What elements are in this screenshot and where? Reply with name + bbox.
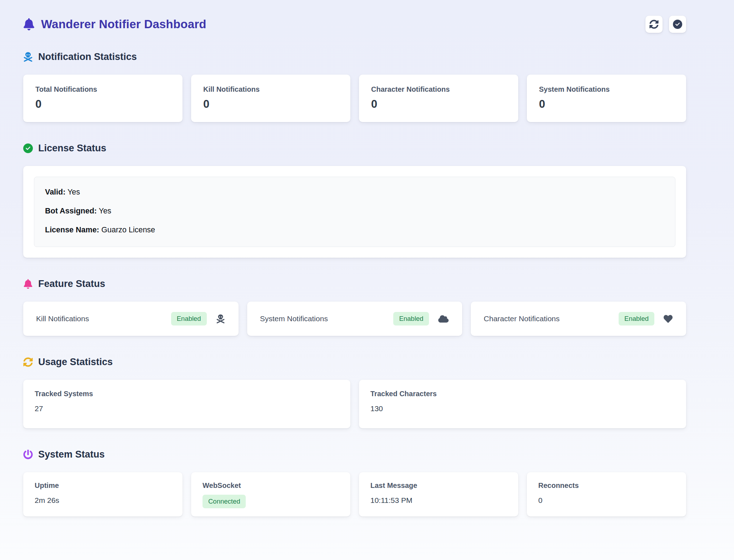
section-title: Notification Statistics: [38, 51, 137, 62]
stat-value: 0: [35, 98, 170, 111]
system-label: Uptime: [35, 481, 171, 490]
usage-card-tracked-characters: Tracked Characters 130: [359, 380, 686, 428]
header-actions: [645, 16, 686, 33]
system-card-reconnects: Reconnects 0: [527, 472, 686, 516]
feature-card-system-notifications: System Notifications Enabled: [247, 302, 463, 336]
dashboard-page: Wanderer Notifier Dashboard Notification…: [0, 0, 734, 516]
feature-label: System Notifications: [260, 314, 328, 323]
status-ok-button[interactable]: [669, 16, 686, 33]
section-title: License Status: [38, 143, 106, 154]
license-card: Valid: Yes Bot Assigned: Yes License Nam…: [23, 166, 686, 258]
section-usage-statistics: Usage Statistics Tracked Systems 27 Trac…: [23, 357, 686, 428]
system-value: 10:11:53 PM: [370, 496, 507, 505]
license-details-panel: Valid: Yes Bot Assigned: Yes License Nam…: [34, 177, 675, 247]
cloud-icon: [438, 314, 449, 323]
feature-status-group: Enabled: [171, 312, 225, 326]
system-value: 0: [538, 496, 675, 505]
stat-label: System Notifications: [539, 85, 674, 94]
enabled-badge: Enabled: [619, 312, 654, 326]
stat-card-kill-notifications: Kill Notifications 0: [191, 75, 350, 122]
check-circle-icon: [23, 143, 33, 153]
section-license-status: License Status Valid: Yes Bot Assigned: …: [23, 143, 686, 258]
usage-value: 130: [370, 404, 675, 413]
license-name-value: Guarzo License: [99, 226, 155, 234]
stat-label: Kill Notifications: [203, 85, 338, 94]
section-system-status: System Status Uptime 2m 26s WebSocket Co…: [23, 449, 686, 516]
header-title-group: Wanderer Notifier Dashboard: [23, 17, 206, 31]
system-status-heading: System Status: [23, 449, 686, 460]
stat-card-total-notifications: Total Notifications 0: [23, 75, 183, 122]
stat-value: 0: [203, 98, 338, 111]
system-label: Last Message: [370, 481, 507, 490]
check-circle-icon: [673, 20, 682, 29]
refresh-icon: [649, 20, 659, 29]
bell-icon: [23, 279, 33, 289]
feature-card-character-notifications: Character Notifications Enabled: [471, 302, 686, 336]
feature-label: Kill Notifications: [36, 314, 89, 323]
license-bot-assigned-label: Bot Assigned:: [45, 207, 97, 215]
section-feature-status: Feature Status Kill Notifications Enable…: [23, 278, 686, 336]
stat-label: Total Notifications: [35, 85, 170, 94]
connected-badge: Connected: [203, 495, 246, 508]
websocket-status: Connected: [203, 495, 339, 508]
stat-value: 0: [371, 98, 506, 111]
stat-value: 0: [539, 98, 674, 111]
system-card-last-message: Last Message 10:11:53 PM: [359, 472, 518, 516]
skull-crossbones-icon: [216, 314, 225, 323]
feature-status-group: Enabled: [619, 312, 673, 326]
stat-cards-row: Total Notifications 0 Kill Notifications…: [23, 75, 686, 122]
skull-crossbones-icon: [23, 52, 33, 62]
refresh-button[interactable]: [645, 16, 663, 33]
usage-statistics-heading: Usage Statistics: [23, 357, 686, 368]
feature-cards-row: Kill Notifications Enabled System Notifi…: [23, 302, 686, 336]
license-bot-assigned-value: Yes: [97, 207, 111, 215]
license-valid-label: Valid:: [45, 188, 65, 196]
enabled-badge: Enabled: [393, 312, 429, 326]
system-card-uptime: Uptime 2m 26s: [23, 472, 183, 516]
license-name-label: License Name:: [45, 226, 99, 234]
enabled-badge: Enabled: [171, 312, 207, 326]
license-valid-value: Yes: [65, 188, 80, 196]
license-status-heading: License Status: [23, 143, 686, 154]
stat-card-character-notifications: Character Notifications 0: [359, 75, 518, 122]
stat-label: Character Notifications: [371, 85, 506, 94]
heart-icon: [664, 314, 673, 323]
feature-status-heading: Feature Status: [23, 278, 686, 289]
license-bot-assigned-line: Bot Assigned: Yes: [45, 207, 664, 216]
usage-label: Tracked Characters: [370, 390, 675, 398]
section-title: Feature Status: [38, 278, 105, 289]
bell-icon: [23, 18, 35, 30]
section-notification-statistics: Notification Statistics Total Notificati…: [23, 51, 686, 122]
section-title: Usage Statistics: [38, 357, 113, 368]
header: Wanderer Notifier Dashboard: [23, 16, 686, 33]
page-title: Wanderer Notifier Dashboard: [41, 17, 206, 31]
system-value: 2m 26s: [35, 496, 171, 505]
license-valid-line: Valid: Yes: [45, 188, 664, 197]
system-cards-row: Uptime 2m 26s WebSocket Connected Last M…: [23, 472, 686, 516]
power-icon: [23, 450, 33, 459]
usage-label: Tracked Systems: [35, 390, 339, 398]
section-title: System Status: [38, 449, 105, 460]
usage-value: 27: [35, 404, 339, 413]
system-card-websocket: WebSocket Connected: [191, 472, 350, 516]
feature-label: Character Notifications: [484, 314, 559, 323]
sync-icon: [23, 357, 33, 367]
feature-status-group: Enabled: [393, 312, 449, 326]
system-label: Reconnects: [538, 481, 675, 490]
system-label: WebSocket: [203, 481, 339, 490]
usage-cards-row: Tracked Systems 27 Tracked Characters 13…: [23, 380, 686, 428]
license-name-line: License Name: Guarzo License: [45, 226, 664, 234]
stat-card-system-notifications: System Notifications 0: [527, 75, 686, 122]
usage-card-tracked-systems: Tracked Systems 27: [23, 380, 350, 428]
feature-card-kill-notifications: Kill Notifications Enabled: [23, 302, 239, 336]
notification-statistics-heading: Notification Statistics: [23, 51, 686, 62]
